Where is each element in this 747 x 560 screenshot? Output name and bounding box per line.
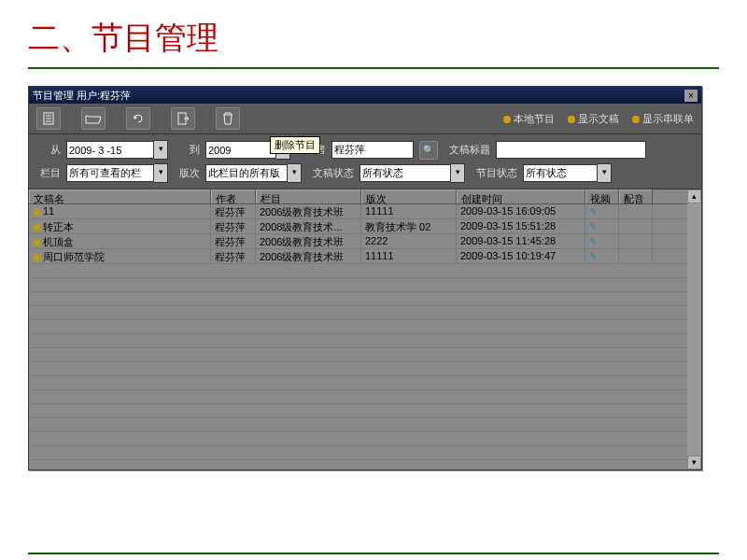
author-input[interactable] <box>331 141 414 159</box>
dropdown-icon[interactable]: ▾ <box>288 163 302 183</box>
export-icon <box>176 111 190 126</box>
radio-group: 本地节目 显示文稿 显示串联单 <box>503 112 694 126</box>
folder-icon: ▣ <box>33 237 41 247</box>
document-icon <box>41 112 56 125</box>
title-label: 文稿标题 <box>444 143 490 157</box>
divider-bottom <box>28 553 719 554</box>
radio-dot-icon <box>632 116 640 123</box>
docstatus-label: 文稿状态 <box>307 166 354 180</box>
grid-body: ▣11程芬萍2006级教育技术班111112009-03-15 16:09:05… <box>29 204 701 264</box>
folder-icon: ▣ <box>33 222 41 232</box>
radio-dot-icon <box>503 116 511 123</box>
col-video[interactable]: 视频 <box>585 189 619 203</box>
pencil-icon: ✎ <box>589 236 597 246</box>
edition-label: 版次 <box>174 166 200 180</box>
radio-local[interactable]: 本地节目 <box>503 112 555 126</box>
folder-icon: ▣ <box>33 206 41 217</box>
slide: 二、节目管理 节目管理 用户:程芬萍 × 本地节目 显示文稿 显示串联单 从 ▾… <box>0 0 747 560</box>
column-label: 栏目 <box>35 166 61 180</box>
table-row[interactable]: ▣11程芬萍2006级教育技术班111112009-03-15 16:09:05… <box>29 204 701 219</box>
col-edition[interactable]: 版次 <box>361 189 457 203</box>
progstatus-select[interactable]: ▾ <box>523 163 612 183</box>
grid-header: 文稿名 作者 栏目 版次 创建时间 视频 配音 <box>29 189 701 204</box>
col-name[interactable]: 文稿名 <box>29 189 211 203</box>
folder-icon <box>85 112 102 125</box>
table-row[interactable]: ▣周口师范学院程芬萍2006级教育技术班111112009-03-15 10:1… <box>29 249 701 264</box>
divider-top <box>28 67 719 69</box>
pencil-icon: ✎ <box>589 251 597 261</box>
col-author[interactable]: 作者 <box>211 189 256 203</box>
radio-document[interactable]: 显示文稿 <box>568 112 619 126</box>
window-title: 节目管理 用户:程芬萍 <box>33 89 131 103</box>
scroll-up-icon[interactable]: ▴ <box>687 189 701 203</box>
table-row[interactable]: ▣机顶盒程芬萍2006级教育技术班22222009-03-15 11:45:28… <box>29 234 701 249</box>
dropdown-icon[interactable]: ▾ <box>598 163 612 183</box>
scroll-down-icon[interactable]: ▾ <box>687 455 701 469</box>
column-select[interactable]: ▾ <box>66 163 168 183</box>
export-button[interactable] <box>171 107 195 130</box>
search-button[interactable]: 🔍 <box>419 141 438 160</box>
dropdown-icon[interactable]: ▾ <box>451 163 465 183</box>
radio-dot-icon <box>568 116 575 123</box>
pencil-icon: ✎ <box>589 221 597 231</box>
from-date-input[interactable]: ▾ <box>66 140 168 160</box>
progstatus-label: 节目状态 <box>471 166 517 180</box>
from-label: 从 <box>35 143 61 157</box>
edition-select[interactable]: ▾ <box>205 163 302 183</box>
delete-tooltip: 删除节目 <box>270 136 320 154</box>
dropdown-icon[interactable]: ▾ <box>154 163 168 183</box>
delete-button[interactable] <box>216 107 240 130</box>
to-label: 到 <box>174 143 200 157</box>
grid-wrap: 文稿名 作者 栏目 版次 创建时间 视频 配音 ▣11程芬萍2006级教育技术班… <box>29 189 701 469</box>
data-grid: 文稿名 作者 栏目 版次 创建时间 视频 配音 ▣11程芬萍2006级教育技术班… <box>29 189 701 469</box>
col-audio[interactable]: 配音 <box>619 189 653 203</box>
filter-bar: 从 ▾ 到 ▾ 作者 🔍 文稿标题 栏目 ▾ 版次 ▾ 文稿状态 ▾ 节目状态 … <box>29 134 701 189</box>
slide-title: 二、节目管理 <box>28 17 218 60</box>
table-row[interactable]: ▣转正本程芬萍2008级教育技术...教育技术学 022009-03-15 15… <box>29 219 701 234</box>
title-input[interactable] <box>496 141 646 159</box>
toolbar: 本地节目 显示文稿 显示串联单 <box>29 104 701 134</box>
open-button[interactable] <box>81 107 106 130</box>
app-window: 节目管理 用户:程芬萍 × 本地节目 显示文稿 显示串联单 从 ▾ 到 ▾ 作者 <box>28 86 702 470</box>
folder-icon: ▣ <box>33 252 41 262</box>
new-button[interactable] <box>36 107 61 130</box>
refresh-icon <box>131 112 146 125</box>
search-icon: 🔍 <box>423 145 434 155</box>
col-column[interactable]: 栏目 <box>256 189 361 203</box>
titlebar: 节目管理 用户:程芬萍 × <box>29 87 701 104</box>
close-icon[interactable]: × <box>684 90 698 102</box>
vertical-scrollbar[interactable]: ▴ ▾ <box>687 189 701 469</box>
dropdown-icon[interactable]: ▾ <box>154 140 168 160</box>
empty-rows <box>29 264 701 469</box>
refresh-button[interactable] <box>126 107 150 130</box>
radio-rundown[interactable]: 显示串联单 <box>632 112 694 126</box>
trash-icon <box>220 111 235 126</box>
col-time[interactable]: 创建时间 <box>457 189 585 203</box>
pencil-icon: ✎ <box>589 206 597 217</box>
docstatus-select[interactable]: ▾ <box>359 163 465 183</box>
